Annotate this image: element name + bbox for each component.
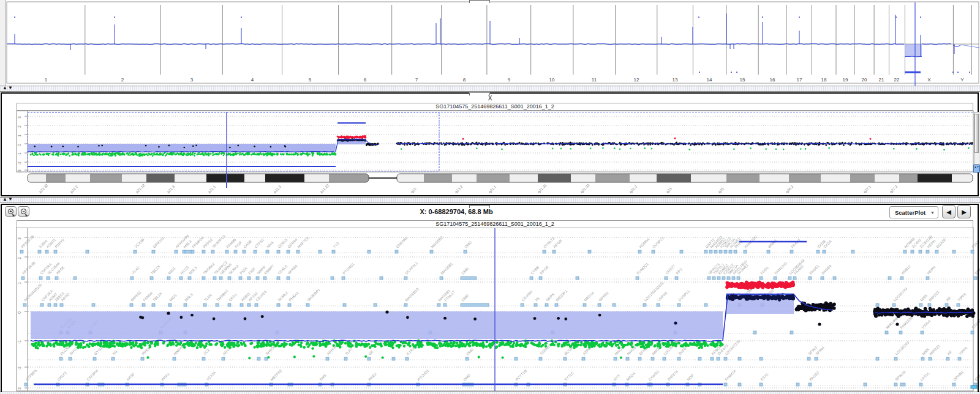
svg-text:PHEX: PHEX (368, 372, 377, 382)
svg-text:AR: AR (946, 349, 953, 356)
scroll-arrows-icon[interactable]: ▲▼ (973, 165, 980, 173)
svg-text:q27.3: q27.3 (889, 184, 898, 193)
zoom-in-glyph: + (9, 210, 12, 214)
svg-text:PJA1: PJA1 (971, 240, 980, 249)
svg-text:p22.32: p22.32 (38, 183, 49, 194)
svg-text:CDKL5: CDKL5 (277, 264, 288, 275)
zoom-out-button[interactable]: − (18, 206, 29, 217)
pane-resize-handle-top[interactable] (469, 0, 490, 3)
svg-text:MID1: MID1 (167, 266, 176, 275)
svg-text:NYX: NYX (612, 374, 620, 382)
svg-text:-2: -2 (17, 162, 21, 165)
svg-text:GPR82: GPR82 (598, 291, 609, 302)
separator-middle[interactable]: ▲▼ (0, 197, 980, 203)
svg-text:2: 2 (121, 77, 124, 83)
svg-text:q21.1: q21.1 (488, 184, 497, 193)
svg-text:PTCHD1: PTCHD1 (417, 368, 430, 382)
svg-text:FAAH2: FAAH2 (790, 238, 801, 249)
view-type-value: ScatterPlot (890, 209, 930, 216)
svg-text:17: 17 (797, 77, 802, 83)
svg-text:q21.31: q21.31 (537, 183, 548, 194)
svg-text:DMD: DMD (461, 266, 469, 275)
svg-text:GPR64: GPR64 (287, 264, 298, 275)
top-panel-left-strip (0, 0, 6, 86)
svg-text:TLR8: TLR8 (203, 293, 213, 302)
svg-text:PAGE4: PAGE4 (821, 264, 832, 275)
svg-text:PRKX: PRKX (160, 372, 170, 382)
view-type-dropdown[interactable]: ScatterPlot ▼ (889, 206, 938, 218)
svg-text:CTPS2: CTPS2 (254, 237, 265, 248)
svg-text:VCX2: VCX2 (130, 266, 140, 275)
svg-text:RBBP7: RBBP7 (263, 264, 275, 275)
separator-top[interactable]: ▲▼ (0, 86, 980, 92)
svg-text:MID1IP1: MID1IP1 (555, 289, 568, 302)
svg-text:MSL3: MSL3 (184, 292, 194, 302)
separator-bottom[interactable] (0, 392, 980, 394)
svg-text:MID1: MID1 (168, 293, 178, 302)
svg-text:5: 5 (309, 77, 312, 83)
svg-text:MSN: MSN (919, 294, 928, 302)
svg-text:MAGEB2: MAGEB2 (430, 235, 443, 248)
zoom-out-icon: − (21, 209, 26, 214)
svg-text:ASB12: ASB12 (900, 264, 911, 275)
svg-text:MSL3: MSL3 (188, 266, 198, 275)
chromosome-tab[interactable]: X (0, 95, 980, 102)
svg-text:GPR143: GPR143 (152, 236, 165, 249)
svg-text:DCAF8L1: DCAF8L1 (404, 261, 418, 275)
svg-text:8: 8 (463, 77, 466, 83)
svg-text:MIR651: MIR651 (130, 290, 142, 302)
next-region-button[interactable]: ▶ (957, 205, 971, 218)
svg-text:SPIN4: SPIN4 (815, 346, 825, 356)
svg-text:q22.2: q22.2 (628, 184, 638, 193)
svg-text:MSN: MSN (921, 348, 930, 356)
splitter-arrows-icon[interactable]: ▲▼ (2, 196, 13, 202)
prev-region-button[interactable]: ◀ (942, 205, 956, 218)
svg-text:9: 9 (508, 77, 511, 83)
svg-text:OPHN1: OPHN1 (952, 370, 964, 381)
svg-text:LOC92249: LOC92249 (892, 286, 908, 302)
svg-text:FAM120C: FAM120C (774, 261, 788, 275)
svg-text:DMD: DMD (461, 293, 469, 302)
svg-text:2: 2 (17, 125, 21, 128)
zoom-in-button[interactable]: + (5, 206, 17, 217)
svg-text:STARD8: STARD8 (971, 317, 980, 330)
svg-text:11: 11 (592, 77, 597, 83)
svg-text:7: 7 (415, 77, 418, 83)
zoom-in-icon: + (8, 209, 13, 214)
svg-text:TRAPPC2: TRAPPC2 (211, 234, 226, 248)
svg-text:CYBB: CYBB (530, 266, 540, 275)
svg-text:q12: q12 (410, 187, 417, 194)
svg-text:TMSB4X: TMSB4X (216, 289, 228, 302)
svg-text:0: 0 (17, 311, 21, 314)
svg-text:SMS: SMS (318, 373, 326, 381)
svg-text:19: 19 (843, 77, 848, 83)
svg-text:HCCS: HCCS (179, 265, 189, 275)
svg-text:CXorf21: CXorf21 (647, 369, 660, 381)
svg-text:SRPX: SRPX (545, 292, 555, 302)
svg-text:X: X (927, 77, 931, 83)
svg-text:3: 3 (17, 116, 21, 119)
svg-text:BCOR: BCOR (564, 346, 574, 356)
svg-text:GK: GK (368, 349, 374, 355)
svg-text:KDM6A: KDM6A (638, 237, 650, 249)
svg-text:CHST7: CHST7 (665, 264, 676, 275)
middle-vertical-scrollbar[interactable] (974, 112, 979, 165)
svg-text:LAS1L: LAS1L (919, 371, 930, 381)
svg-text:q26.2: q26.2 (785, 184, 794, 193)
svg-text:FUNDC1: FUNDC1 (636, 262, 649, 275)
svg-text:OFD1: OFD1 (228, 292, 238, 302)
sample-id-text: SG17104575_251469826611_S001_20016_1_2 (435, 103, 554, 110)
svg-text:GTPBP6: GTPBP6 (24, 368, 37, 381)
svg-text:PHKA2: PHKA2 (288, 291, 300, 302)
sample-title-bar-bottom: SG17104575_251469826611_S001_20016_1_2 (17, 220, 973, 228)
sample-title-bar-middle: SG17104575_251469826611_S001_20016_1_2 (17, 103, 973, 111)
chevron-down-icon: ▼ (930, 210, 935, 215)
svg-text:HEPH: HEPH (926, 266, 936, 275)
svg-text:MAOA: MAOA (625, 371, 636, 382)
splitter-arrows-icon[interactable]: ▲▼ (2, 85, 13, 91)
svg-text:-1: -1 (17, 152, 21, 156)
scrollbar-thumb[interactable] (974, 114, 979, 153)
svg-text:FIGF: FIGF (247, 267, 256, 275)
svg-text:22: 22 (894, 77, 900, 83)
chromosome-tab-label: X (488, 95, 492, 102)
